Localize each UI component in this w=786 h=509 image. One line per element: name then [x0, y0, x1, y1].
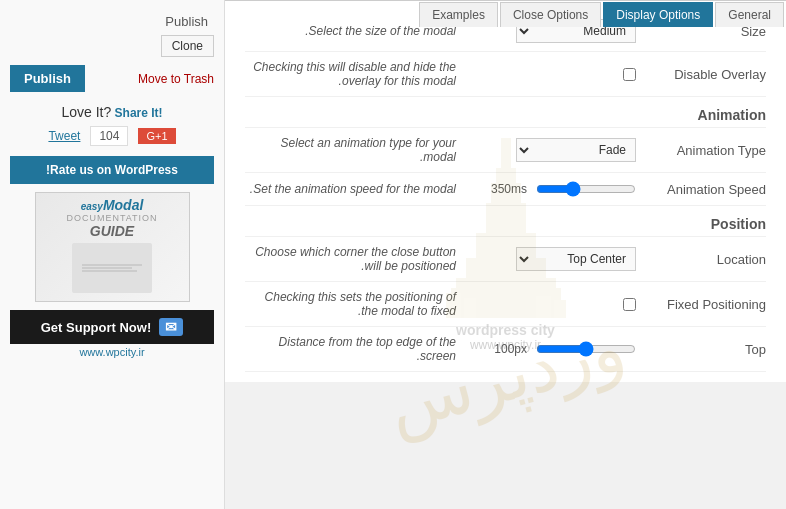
rate-button[interactable]: !Rate us on WordPress: [10, 156, 214, 184]
top-label: Top: [636, 342, 766, 357]
clone-row: Clone: [10, 35, 214, 57]
social-row: Tweet 104 G+1: [10, 126, 214, 146]
publish-row: Publish Move to Trash: [10, 65, 214, 92]
fixed-positioning-checkbox[interactable]: [623, 298, 636, 311]
location-select[interactable]: Top Center Top Left Top Right Bottom Lef…: [516, 247, 636, 271]
animation-type-label: Animation Type: [636, 143, 766, 158]
get-support-label: Get Support Now!: [41, 320, 152, 335]
animation-speed-row: Set the animation speed for the modal. 3…: [245, 173, 766, 206]
animation-type-row: Select an animation type for your modal.…: [245, 128, 766, 173]
top-desc: Distance from the top edge of the screen…: [279, 335, 456, 363]
tweet-count: 104: [90, 126, 128, 146]
top-row: Distance from the top edge of the screen…: [245, 327, 766, 372]
tab-examples[interactable]: Examples: [419, 2, 498, 27]
love-it-text: Love It?: [61, 104, 111, 120]
disable-overlay-desc: Checking this will disable and hide the …: [253, 60, 456, 88]
animation-type-select[interactable]: Fade None Slide Zoom: [516, 138, 636, 162]
tweet-link[interactable]: Tweet: [48, 129, 80, 143]
support-icon: ✉: [159, 318, 183, 336]
animation-speed-desc: Set the animation speed for the modal.: [250, 182, 456, 196]
disable-overlay-row: Checking this will disable and hide the …: [245, 52, 766, 97]
clone-button[interactable]: Clone: [161, 35, 214, 57]
position-section-label: Position: [636, 216, 766, 232]
animation-speed-slider[interactable]: [536, 181, 636, 197]
fixed-positioning-label: Fixed Positioning: [636, 297, 766, 312]
fixed-positioning-desc: Checking this sets the positioning of th…: [265, 290, 456, 318]
location-desc: Choose which corner the close button wil…: [255, 245, 456, 273]
top-value: 100px: [494, 342, 527, 356]
move-to-trash-link[interactable]: Move to Trash: [138, 72, 214, 86]
animation-type-desc: Select an animation type for your modal.: [281, 136, 456, 164]
love-it-section: Love It? Share It! Tweet 104 G+1: [10, 104, 214, 146]
disable-overlay-label: Disable Overlay: [636, 67, 766, 82]
doc-image: easyModal DOCUMENTATION GUIDE: [35, 192, 190, 302]
animation-speed-value: 350ms: [491, 182, 527, 196]
main-content: Select the size of the modal. Medium Sma…: [225, 0, 786, 382]
publish-label: Publish: [10, 10, 214, 35]
settings-content: Select the size of the modal. Medium Sma…: [225, 1, 786, 382]
animation-section: Animation: [245, 97, 766, 128]
top-slider[interactable]: [536, 341, 636, 357]
gplus-button[interactable]: G+1: [138, 128, 175, 144]
disable-overlay-checkbox[interactable]: [623, 68, 636, 81]
publish-button[interactable]: Publish: [10, 65, 85, 92]
animation-section-label: Animation: [636, 107, 766, 123]
tab-display-options[interactable]: Display Options: [603, 2, 713, 27]
animation-speed-label: Animation Speed: [636, 182, 766, 197]
get-support-button[interactable]: Get Support Now! ✉: [10, 310, 214, 344]
tab-close-options[interactable]: Close Options: [500, 2, 601, 27]
tab-general[interactable]: General: [715, 2, 784, 27]
tabs-bar: Examples Close Options Display Options G…: [419, 0, 786, 27]
sidebar: Publish Clone Publish Move to Trash Love…: [0, 0, 225, 509]
location-row: Choose which corner the close button wil…: [245, 237, 766, 282]
location-label: Location: [636, 252, 766, 267]
share-it-text: Share It!: [115, 106, 163, 120]
fixed-positioning-row: Checking this sets the positioning of th…: [245, 282, 766, 327]
website-label: www.wpcity.ir: [10, 344, 214, 360]
position-section: Position: [245, 206, 766, 237]
